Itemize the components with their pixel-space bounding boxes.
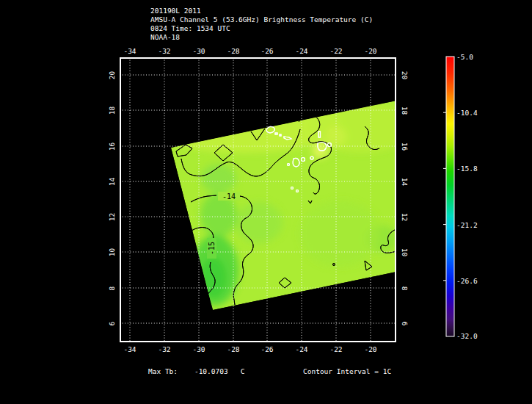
- x-tick-top-6: -22: [325, 47, 347, 55]
- colorbar-label-1: -10.4: [456, 109, 489, 117]
- x-tick-bottom-2: -30: [188, 345, 210, 353]
- plot-figure: 201190L 2011 AMSU-A Channel 5 (53.6GHz) …: [0, 0, 532, 404]
- title-satellite: NOAA-18: [150, 33, 180, 42]
- x-tick-bottom-0: -34: [119, 345, 141, 353]
- x-tick-bottom-7: -20: [360, 345, 382, 353]
- x-tick-top-7: -20: [360, 47, 382, 55]
- y-tick-right-4: 12: [401, 206, 409, 228]
- x-tick-bottom-5: -24: [291, 345, 313, 353]
- colorbar-label-3: -21.2: [456, 221, 489, 229]
- contour-label-14-text: -14: [222, 192, 236, 201]
- y-tick-left-4: 12: [108, 206, 116, 228]
- y-tick-right-0: 20: [401, 65, 409, 87]
- y-tick-left-6: 8: [108, 278, 116, 300]
- y-tick-right-2: 16: [401, 136, 409, 158]
- title-date-line: 201190L 2011: [150, 7, 201, 15]
- contour-label-15-text: -15: [208, 242, 216, 255]
- y-tick-left-3: 14: [108, 171, 116, 193]
- max-tb-readout: Max Tb: -10.0703 C: [148, 367, 245, 376]
- colorbar-label-5: -32.0: [456, 332, 489, 340]
- title-time-line: 0824 Time: 1534 UTC: [150, 24, 230, 33]
- x-tick-bottom-1: -32: [153, 345, 175, 353]
- colorbar-label-2: -15.8: [456, 165, 489, 173]
- y-tick-left-1: 18: [108, 100, 116, 122]
- y-tick-left-5: 10: [108, 242, 116, 264]
- page-title: AMSU-A Channel 5 (53.6GHz) Brightness Te…: [150, 15, 373, 24]
- x-tick-bottom-6: -22: [325, 345, 347, 353]
- colorbar-label-4: -26.6: [456, 277, 489, 285]
- map-plot: -14 -15: [120, 57, 396, 342]
- x-tick-bottom-3: -28: [222, 345, 244, 353]
- y-tick-left-0: 20: [108, 65, 116, 87]
- y-tick-right-5: 10: [401, 242, 409, 264]
- contour-label-14: -14: [218, 192, 240, 201]
- x-tick-top-4: -26: [256, 47, 278, 55]
- x-tick-top-1: -32: [153, 47, 175, 55]
- contour-label-15: -15: [207, 238, 216, 259]
- y-tick-right-7: 6: [401, 313, 409, 335]
- swath-fill: [149, 97, 396, 310]
- x-tick-bottom-4: -26: [256, 345, 278, 353]
- y-tick-right-1: 18: [401, 100, 409, 122]
- y-tick-left-7: 6: [108, 313, 116, 335]
- contour-interval-note: Contour Interval = 1C: [303, 367, 391, 376]
- y-tick-right-6: 8: [401, 278, 409, 300]
- x-tick-top-2: -30: [188, 47, 210, 55]
- x-tick-top-5: -24: [291, 47, 313, 55]
- x-tick-top-3: -28: [222, 47, 244, 55]
- y-tick-left-2: 16: [108, 136, 116, 158]
- colorbar-ticks: [443, 112, 446, 281]
- y-tick-right-3: 14: [401, 171, 409, 193]
- colorbar-gradient: [446, 57, 454, 336]
- colorbar: [443, 54, 456, 339]
- colorbar-label-0: -5.0: [456, 53, 489, 61]
- x-tick-top-0: -34: [119, 47, 141, 55]
